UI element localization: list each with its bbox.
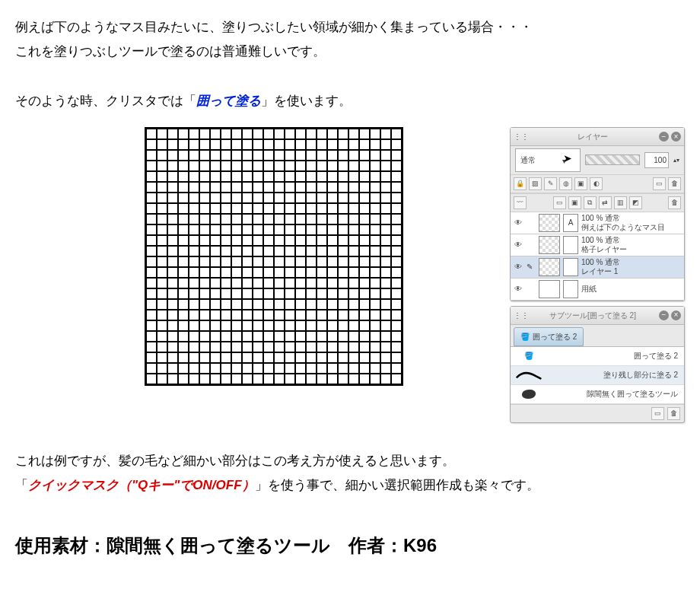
layer-thumbnail	[539, 258, 560, 276]
new-layer-icon[interactable]: ▭	[553, 196, 566, 209]
drop-icon[interactable]: ◍	[559, 177, 572, 190]
bucket-icon: 🪣	[514, 349, 544, 364]
close-icon[interactable]: ×	[671, 132, 681, 142]
subtool-panel: ⋮⋮ サブツール[囲って塗る 2] − × 🪣 囲って塗る 2 🪣 囲って塗る …	[510, 306, 685, 423]
layer-row[interactable]: 👁 100 % 通常 格子レイヤー	[511, 234, 684, 256]
copy-layer-icon[interactable]: ⧉	[584, 196, 597, 209]
subtool-tab[interactable]: 🪣 囲って塗る 2	[514, 327, 584, 346]
layer-row[interactable]: 👁 ✎ 100 % 通常 レイヤー 1	[511, 256, 684, 279]
layer-panel-titlebar[interactable]: ⋮⋮ レイヤー − ×	[511, 128, 684, 146]
new-subtool-icon[interactable]: ▭	[651, 407, 664, 420]
clip-icon[interactable]: ▣	[574, 177, 587, 190]
layer-subthumbnail	[563, 258, 578, 276]
layer-row[interactable]: 👁 A 100 % 通常 例えば下のようなマス目	[511, 212, 684, 234]
chevron-down-icon: ▾➤	[562, 150, 575, 170]
close-icon[interactable]: ×	[671, 310, 681, 320]
blend-mode-select[interactable]: 通常 ▾➤	[515, 148, 581, 172]
layer-action-row: 〰 ▭ ▣ ⧉ ⇄ ▥ ◩ 🗑	[511, 193, 684, 212]
pen-icon[interactable]: ✎	[544, 177, 557, 190]
paragraph-4: 「クイックマスク（"Qキー"でON/OFF）」を使う事で、細かい選択範囲作成も楽…	[15, 473, 685, 498]
subtool-panel-title: サブツール[囲って塗る 2]	[529, 308, 657, 323]
subtool-item[interactable]: 塗り残し部分に塗る 2	[511, 366, 684, 385]
wavy-icon[interactable]: 〰	[514, 196, 527, 209]
opacity-stepper-icon[interactable]: ▴▾	[673, 154, 679, 166]
layer-subthumbnail: A	[563, 214, 578, 232]
layer-row[interactable]: 👁 用紙	[511, 279, 684, 301]
layer-thumbnail	[539, 236, 560, 254]
lock-alpha-icon[interactable]: ▨	[529, 177, 542, 190]
brush-swoosh-icon	[514, 368, 544, 383]
lock-icon[interactable]: 🔒	[514, 177, 527, 190]
minimize-icon[interactable]: −	[659, 310, 669, 320]
trash-icon[interactable]: 🗑	[667, 407, 680, 420]
grip-icon: ⋮⋮	[514, 308, 529, 323]
layer-panel: ⋮⋮ レイヤー − × 通常 ▾➤ 100 ▴▾ 🔒 ▨	[510, 127, 685, 301]
layer-panel-title: レイヤー	[529, 129, 657, 144]
opacity-slider[interactable]	[585, 154, 640, 165]
example-grid	[145, 127, 403, 386]
visibility-icon[interactable]: 👁	[513, 215, 523, 230]
paragraph-1: 例えば下のようなマス目みたいに、塗りつぶしたい領域が細かく集まっている場合・・・…	[15, 15, 685, 65]
layer-thumbnail	[539, 214, 560, 232]
highlight-quickmask: クイックマスク（"Qキー"でON/OFF）	[28, 478, 255, 492]
layer-lock-row: 🔒 ▨ ✎ ◍ ▣ ◐ ▭ 🗑	[511, 174, 684, 193]
bucket-icon: 🪣	[520, 330, 530, 344]
paragraph-3: これは例ですが、髪の毛など細かい部分はこの考え方が使えると思います。	[15, 449, 685, 473]
minimize-icon[interactable]: −	[659, 132, 669, 142]
layer-thumbnail	[539, 280, 560, 298]
subtool-item[interactable]: 🪣 囲って塗る 2	[511, 347, 684, 366]
visibility-icon[interactable]: 👁	[513, 237, 523, 252]
subtool-panel-titlebar[interactable]: ⋮⋮ サブツール[囲って塗る 2] − ×	[511, 307, 684, 325]
layer-list: 👁 A 100 % 通常 例えば下のようなマス目 👁	[511, 212, 684, 301]
document-body: 例えば下のようなマス目みたいに、塗りつぶしたい領域が細かく集まっている場合・・・…	[15, 15, 685, 563]
visibility-icon[interactable]: 👁	[513, 259, 523, 274]
highlight-enclose-fill: 囲って塗る	[196, 94, 261, 108]
trash2-icon[interactable]: 🗑	[668, 196, 681, 209]
new-folder-icon[interactable]: ▣	[568, 196, 581, 209]
credit-line: 使用素材：隙間無く囲って塗るツール 作者：K96	[15, 528, 685, 563]
transfer-icon[interactable]: ⇄	[599, 196, 612, 209]
subtool-item[interactable]: 隙間無く囲って塗るツール	[511, 385, 684, 404]
paragraph-2: そのような時、クリスタでは「囲って塗る」を使います。	[15, 89, 685, 113]
pen-mark-icon: ✎	[527, 259, 536, 274]
opacity-value[interactable]: 100	[644, 152, 669, 168]
misc-icon[interactable]: ▭	[653, 177, 666, 190]
subtool-list: 🪣 囲って塗る 2 塗り残し部分に塗る 2 隙間無く囲って塗るツール	[511, 346, 684, 404]
layer-subthumbnail	[563, 236, 578, 254]
adjust-icon[interactable]: ◩	[629, 196, 642, 209]
grip-icon: ⋮⋮	[514, 129, 529, 144]
ref-icon[interactable]: ◐	[590, 177, 603, 190]
blob-icon	[514, 387, 544, 402]
visibility-icon[interactable]: 👁	[513, 282, 523, 296]
trash-icon[interactable]: 🗑	[668, 177, 681, 190]
cursor-icon: ➤	[563, 148, 572, 169]
merge-icon[interactable]: ▥	[614, 196, 627, 209]
layer-subthumbnail	[563, 280, 578, 298]
